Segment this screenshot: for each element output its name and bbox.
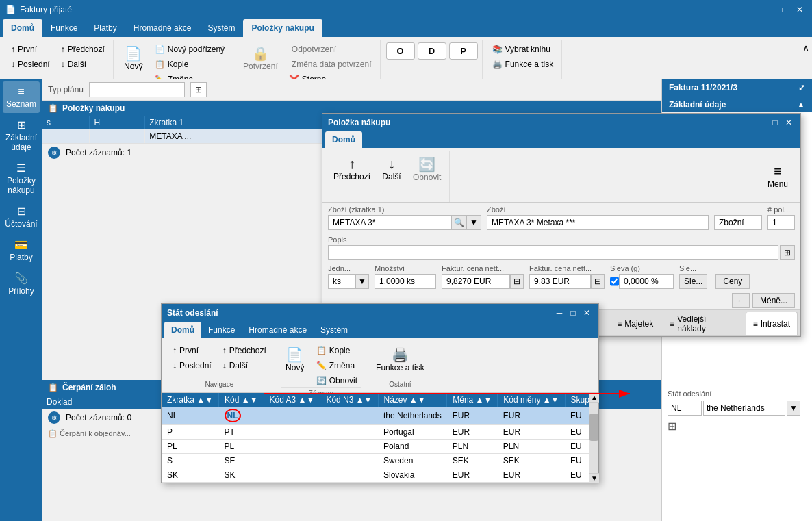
- col-kod-a3[interactable]: Kód A3 ▲▼: [264, 393, 320, 407]
- col-mena[interactable]: Měna ▲▼: [447, 393, 498, 407]
- back-arrow-btn[interactable]: ←: [732, 293, 750, 308]
- stat-btn-zmena[interactable]: ✏️ Změna: [312, 359, 361, 372]
- stat-tab-hromadne[interactable]: Hromadné akce: [242, 322, 314, 338]
- sidebar-item-seznam[interactable]: ≡ Seznam: [3, 81, 40, 113]
- stat-tab-domu[interactable]: Domů: [164, 322, 201, 338]
- btn-kopie[interactable]: 📋 Kopie: [151, 58, 229, 71]
- stat-minmax-1[interactable]: ─: [553, 307, 566, 319]
- polozka-minmax-2[interactable]: □: [769, 116, 781, 129]
- scroll-thumb[interactable]: [589, 414, 598, 441]
- btn-odpotvrzeni[interactable]: Odpotvrzení: [285, 42, 376, 56]
- zbozi-input[interactable]: [487, 215, 709, 230]
- btn-dalsi-polozka[interactable]: ↓ Další: [377, 153, 406, 184]
- stat-row-pt[interactable]: P PT Portugal EUR EUR EU: [162, 425, 589, 440]
- stat-close[interactable]: ✕: [581, 307, 593, 319]
- maximize-button[interactable]: □: [778, 3, 791, 16]
- close-button[interactable]: ✕: [793, 3, 807, 16]
- col-nazev[interactable]: Název ▲▼: [378, 393, 447, 407]
- polozka-tab-domu[interactable]: Domů: [325, 131, 362, 148]
- stat-odeslani-name-input[interactable]: [703, 401, 785, 416]
- tab-platby[interactable]: Platby: [86, 19, 125, 37]
- stat-btn-funkce-tisk[interactable]: 🖨️ Funkce a tisk: [372, 344, 429, 375]
- zbozi-zkratka-input[interactable]: [328, 215, 451, 230]
- col-skupina[interactable]: Skupina ▲▼: [565, 393, 589, 407]
- mene-btn[interactable]: Méně...: [752, 293, 795, 308]
- stat-row-se[interactable]: S SE Sweden SEK SEK EU: [162, 454, 589, 468]
- collapse-icon[interactable]: ∧: [802, 42, 809, 53]
- btn-predchozi[interactable]: ↑ Předchozí: [57, 42, 109, 56]
- stat-dropdown-btn[interactable]: ▼: [787, 401, 800, 416]
- col-kod[interactable]: Kód ▲▼: [219, 393, 264, 407]
- faktur-cena2-input[interactable]: [529, 274, 591, 289]
- btn-potvrzeni[interactable]: 🔒 Potvrzení: [239, 42, 282, 74]
- zbozi-down-btn[interactable]: ▼: [466, 215, 481, 230]
- sidebar-item-platby[interactable]: 💳 Platby: [3, 234, 40, 266]
- btn-zmena-data[interactable]: Změna data potvrzení: [285, 58, 376, 71]
- tab-hromadne-akce[interactable]: Hromadné akce: [125, 19, 200, 37]
- stat-btn-kopie[interactable]: 📋 Kopie: [312, 344, 361, 357]
- polozka-minmax-1[interactable]: ─: [755, 116, 767, 129]
- btn-obnovit-polozka[interactable]: 🔄 Obnovit: [409, 153, 445, 185]
- jedn-down-btn[interactable]: ▼: [355, 274, 369, 289]
- popis-input[interactable]: [328, 245, 778, 260]
- sleva-checkbox[interactable]: [610, 274, 619, 289]
- tab-intrastat[interactable]: ≡ Intrastat: [746, 312, 798, 335]
- stat-btn-posledni[interactable]: ↓ Poslední: [168, 359, 216, 372]
- tab-funkce[interactable]: Funkce: [42, 19, 86, 37]
- collapse-section-icon[interactable]: ▲: [797, 100, 805, 110]
- stat-tab-funkce[interactable]: Funkce: [201, 322, 242, 338]
- btn-menu[interactable]: ≡ Menu: [763, 161, 792, 192]
- mnozstvi-input[interactable]: [375, 274, 436, 289]
- stat-btn-obnovit[interactable]: 🔄 Obnovit: [312, 374, 361, 387]
- external-link-icon[interactable]: ⤢: [798, 83, 805, 92]
- polozka-close[interactable]: ✕: [783, 116, 795, 129]
- stat-minmax-2[interactable]: □: [567, 307, 579, 319]
- zbozi-type-input[interactable]: [714, 215, 762, 230]
- stat-odeslani-code-input[interactable]: [668, 401, 702, 416]
- stat-row-sk[interactable]: SK SK Slovakia EUR EUR EU: [162, 468, 589, 483]
- sidebar-item-polozky-nakupu[interactable]: ☰ Položky nákupu: [3, 157, 40, 199]
- filter-grid-btn[interactable]: ⊞: [190, 82, 207, 97]
- btn-prvni[interactable]: ↑ První: [7, 42, 54, 56]
- filter-input[interactable]: [89, 82, 185, 97]
- stat-scrollbar[interactable]: ▲ ▼: [589, 393, 598, 483]
- scroll-up-btn[interactable]: ▲: [589, 393, 599, 403]
- stat-btn-prvni[interactable]: ↑ První: [168, 344, 216, 357]
- faktur-cena1-calc-btn[interactable]: ⊟: [510, 274, 524, 289]
- stat-btn-novy[interactable]: 📄 Nový: [281, 344, 309, 375]
- faktur-cena2-calc-btn[interactable]: ⊟: [591, 274, 605, 289]
- stat-row-pl[interactable]: PL PL Poland PLN PLN EU: [162, 440, 589, 454]
- jedn-input[interactable]: [328, 274, 355, 289]
- tab-vedlejsi-naklady[interactable]: ≡ Vedlejší náklady: [662, 312, 744, 335]
- zbozi-select-btn[interactable]: 🔍: [451, 215, 466, 230]
- tab-polozky-nakupu[interactable]: Položky nákupu: [243, 19, 322, 37]
- tab-domu[interactable]: Domů: [3, 19, 42, 37]
- stat-expand-icon[interactable]: ⊞: [668, 420, 807, 433]
- sle-btn[interactable]: Sle...: [679, 274, 707, 289]
- btn-novy-podryzeny[interactable]: 📄 Nový podřízený: [151, 42, 229, 56]
- sidebar-item-uctovani[interactable]: ⊟ Účtování: [3, 201, 40, 233]
- btn-posledni[interactable]: ↓ Poslední: [7, 58, 54, 71]
- btn-o[interactable]: O: [386, 42, 415, 60]
- stat-row-nl[interactable]: NL NL the Netherlands EUR EUR EU: [162, 407, 589, 425]
- minimize-button[interactable]: —: [763, 3, 776, 16]
- stat-btn-predchozi[interactable]: ↑ Předchozí: [218, 344, 270, 357]
- col-kod-n3[interactable]: Kód N3 ▲▼: [320, 393, 378, 407]
- scroll-down-btn[interactable]: ▼: [589, 473, 599, 483]
- col-zkratka[interactable]: Zkratka ▲▼: [162, 393, 219, 407]
- popis-expand-btn[interactable]: ⊞: [780, 245, 795, 260]
- col-kod-meny[interactable]: Kód měny ▲▼: [498, 393, 565, 407]
- btn-d[interactable]: D: [418, 42, 446, 60]
- pol-input[interactable]: [767, 215, 795, 230]
- btn-funkce-tisk[interactable]: 🖨️ Funkce a tisk: [488, 58, 558, 71]
- btn-dalsi[interactable]: ↓ Další: [57, 58, 109, 71]
- sidebar-item-zakladni-udaje[interactable]: ⊞ Základní údaje: [3, 114, 40, 156]
- stat-btn-dalsi[interactable]: ↓ Další: [218, 359, 270, 372]
- sidebar-item-prilohy[interactable]: 📎 Přílohy: [3, 268, 40, 300]
- stat-tab-system[interactable]: Systém: [314, 322, 355, 338]
- btn-novy[interactable]: 📄 Nový: [119, 42, 148, 74]
- btn-p[interactable]: P: [449, 42, 478, 60]
- tab-system[interactable]: Systém: [199, 19, 243, 37]
- btn-predchozi-polozka[interactable]: ↑ Předchozí: [329, 153, 375, 184]
- tab-majetek[interactable]: ≡ Majetek: [609, 312, 661, 335]
